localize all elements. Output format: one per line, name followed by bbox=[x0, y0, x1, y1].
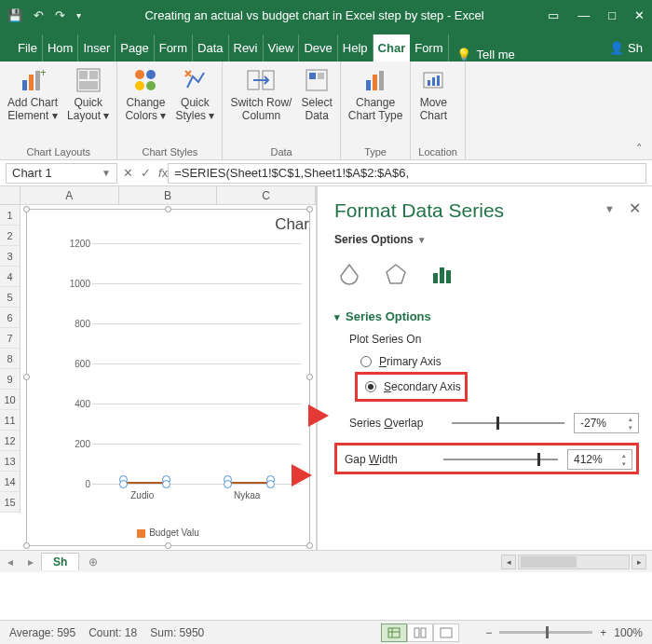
overlap-slider[interactable] bbox=[452, 422, 564, 424]
chevron-down-icon[interactable]: ▼ bbox=[102, 168, 111, 178]
series-options-header[interactable]: Series Options bbox=[334, 309, 639, 323]
new-sheet-icon[interactable]: ⊕ bbox=[79, 555, 107, 569]
cancel-formula-icon[interactable]: ✕ bbox=[123, 166, 133, 180]
row-header[interactable]: 9 bbox=[0, 369, 20, 390]
pane-close-icon[interactable]: ✕ bbox=[629, 199, 641, 217]
row-header[interactable]: 4 bbox=[0, 267, 20, 287]
ribbon-opts-icon[interactable]: ▭ bbox=[548, 8, 559, 22]
hscroll-left-icon[interactable]: ◂ bbox=[501, 555, 516, 569]
zoom-in-icon[interactable]: + bbox=[600, 626, 606, 639]
tab-review[interactable]: Revi bbox=[229, 34, 264, 62]
sheet-nav-next-icon[interactable]: ▸ bbox=[20, 555, 41, 569]
tell-me[interactable]: 💡Tell me bbox=[456, 48, 515, 62]
close-icon[interactable]: ✕ bbox=[634, 8, 645, 22]
embedded-chart[interactable]: Char 020040060080010001200ZudioNykaa Bud… bbox=[26, 209, 310, 546]
row-header[interactable]: 1 bbox=[0, 205, 20, 226]
chart-title[interactable]: Char bbox=[27, 210, 309, 234]
row-header[interactable]: 2 bbox=[0, 226, 20, 246]
qat-more-icon[interactable]: ▾ bbox=[76, 10, 81, 21]
sheet-tab[interactable]: Sh bbox=[41, 553, 79, 570]
maximize-icon[interactable]: □ bbox=[608, 8, 616, 22]
share-button[interactable]: 👤Sh bbox=[600, 34, 652, 62]
resize-handle[interactable] bbox=[23, 374, 30, 380]
effects-icon[interactable] bbox=[381, 259, 411, 289]
zoom-slider[interactable] bbox=[499, 631, 592, 634]
chart-legend[interactable]: Budget Valu bbox=[27, 528, 309, 538]
tab-file[interactable]: File bbox=[13, 34, 43, 62]
secondary-axis-radio[interactable]: Secondary Axis bbox=[365, 377, 461, 397]
col-header-c[interactable]: C bbox=[217, 186, 316, 204]
fx-icon[interactable]: fx bbox=[158, 166, 168, 180]
switch-row-column-button[interactable]: Switch Row/ Column bbox=[230, 65, 292, 123]
tab-chart-design[interactable]: Char bbox=[374, 34, 411, 62]
spinner-icon[interactable]: ▴▾ bbox=[625, 415, 636, 432]
chart-bar[interactable] bbox=[228, 482, 270, 484]
redo-icon[interactable]: ↷ bbox=[55, 8, 65, 22]
gap-width-slider[interactable] bbox=[443, 459, 558, 460]
row-header[interactable]: 5 bbox=[0, 287, 20, 308]
view-normal-icon[interactable] bbox=[381, 623, 407, 642]
quick-layout-button[interactable]: Quick Layout ▾ bbox=[67, 65, 109, 123]
select-all-cell[interactable] bbox=[0, 186, 20, 204]
hscroll-track[interactable] bbox=[518, 555, 630, 569]
row-header[interactable]: 7 bbox=[0, 328, 20, 349]
row-header[interactable]: 12 bbox=[0, 431, 20, 451]
resize-handle[interactable] bbox=[23, 206, 30, 212]
plot-area[interactable]: 020040060080010001200ZudioNykaa bbox=[64, 243, 302, 484]
zoom-value[interactable]: 100% bbox=[614, 626, 643, 639]
row-header[interactable]: 10 bbox=[0, 390, 20, 410]
sheet-nav-prev-icon[interactable]: ◂ bbox=[0, 555, 20, 569]
fill-line-icon[interactable] bbox=[334, 259, 364, 289]
col-header-a[interactable]: A bbox=[20, 186, 119, 204]
row-header[interactable]: 6 bbox=[0, 308, 20, 328]
worksheet-grid[interactable]: A B C 123456789101112131415 Char 0200400… bbox=[0, 186, 317, 550]
row-header[interactable]: 13 bbox=[0, 451, 20, 472]
view-page-layout-icon[interactable] bbox=[407, 623, 433, 642]
name-box[interactable]: Chart 1▼ bbox=[6, 163, 117, 184]
tab-help[interactable]: Help bbox=[338, 34, 374, 62]
move-chart-button[interactable]: Move Chart bbox=[418, 65, 448, 123]
tab-data[interactable]: Data bbox=[193, 34, 228, 62]
quick-styles-button[interactable]: Quick Styles ▾ bbox=[175, 65, 214, 123]
select-data-button[interactable]: Select Data bbox=[301, 65, 332, 123]
resize-handle[interactable] bbox=[23, 542, 30, 549]
tab-insert[interactable]: Inser bbox=[78, 34, 115, 62]
row-header[interactable]: 14 bbox=[0, 472, 20, 492]
resize-handle[interactable] bbox=[165, 206, 171, 212]
overlap-input[interactable]: -27%▴▾ bbox=[574, 413, 639, 433]
hscroll-thumb[interactable] bbox=[521, 556, 577, 568]
resize-handle[interactable] bbox=[165, 542, 171, 549]
tab-page[interactable]: Page bbox=[115, 34, 154, 62]
primary-axis-radio[interactable]: Primary Axis bbox=[360, 351, 639, 372]
confirm-formula-icon[interactable]: ✓ bbox=[141, 166, 151, 180]
row-header[interactable]: 8 bbox=[0, 349, 20, 369]
row-header[interactable]: 15 bbox=[0, 492, 20, 513]
spinner-icon[interactable]: ▴▾ bbox=[618, 451, 630, 468]
pane-subtitle[interactable]: Series Options▼ bbox=[334, 233, 639, 246]
row-header[interactable]: 3 bbox=[0, 246, 20, 267]
resize-handle[interactable] bbox=[306, 542, 313, 549]
formula-input[interactable]: =SERIES(Sheet1!$C$1,Sheet1!$A$2:$A$6, bbox=[168, 163, 646, 184]
undo-icon[interactable]: ↶ bbox=[34, 8, 44, 22]
tab-developer[interactable]: Deve bbox=[299, 34, 337, 62]
tab-formulas[interactable]: Form bbox=[155, 34, 193, 62]
gap-width-input[interactable]: 412%▴▾ bbox=[567, 449, 632, 470]
tab-home[interactable]: Hom bbox=[43, 34, 78, 62]
tab-view[interactable]: View bbox=[264, 34, 300, 62]
collapse-ribbon-icon[interactable]: ˄ bbox=[627, 62, 652, 159]
resize-handle[interactable] bbox=[306, 206, 313, 212]
resize-handle[interactable] bbox=[306, 374, 313, 380]
tab-format[interactable]: Form bbox=[410, 34, 448, 62]
minimize-icon[interactable]: — bbox=[577, 8, 590, 22]
change-chart-type-button[interactable]: Change Chart Type bbox=[348, 65, 402, 123]
chart-bar[interactable] bbox=[124, 482, 166, 484]
col-header-b[interactable]: B bbox=[119, 186, 218, 204]
change-colors-button[interactable]: Change Colors ▾ bbox=[125, 65, 166, 123]
series-options-icon[interactable] bbox=[428, 259, 457, 289]
zoom-out-icon[interactable]: − bbox=[485, 626, 492, 639]
hscroll-right-icon[interactable]: ▸ bbox=[632, 555, 646, 569]
row-header[interactable]: 11 bbox=[0, 410, 20, 431]
add-chart-element-button[interactable]: +Add Chart Element ▾ bbox=[7, 65, 58, 123]
view-page-break-icon[interactable] bbox=[433, 623, 459, 642]
pane-options-icon[interactable]: ▼ bbox=[604, 203, 615, 214]
